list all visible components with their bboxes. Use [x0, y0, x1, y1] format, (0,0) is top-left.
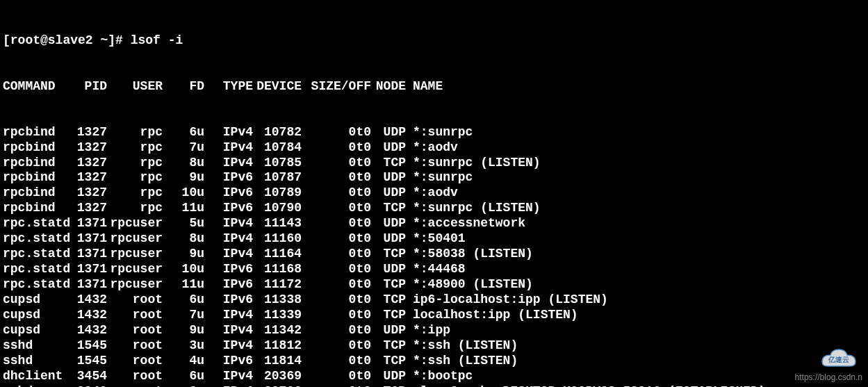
cell-device: 10790 [253, 201, 302, 216]
cell-fd: 10u [163, 262, 204, 277]
cell-user: root [107, 323, 163, 338]
cell-pid: 1371 [72, 277, 107, 293]
table-row: sshd1545root3uIPv4118120t0TCP*:ssh (LIST… [3, 338, 865, 354]
cell-sizeoff: 0t0 [302, 201, 371, 216]
cell-user: rpc [107, 186, 163, 201]
cell-pid: 1327 [72, 140, 107, 156]
cell-name: *:44468 [406, 262, 466, 277]
typed-command: lsof -i [131, 33, 183, 49]
cell-device: 11160 [253, 231, 302, 247]
cell-type: IPv6 [204, 170, 253, 186]
cell-command: sshd [3, 354, 72, 369]
cell-pid: 1432 [72, 293, 107, 308]
cell-type: IPv4 [204, 216, 253, 231]
cell-sizeoff: 0t0 [302, 338, 371, 354]
cell-command: cupsd [3, 323, 72, 338]
cell-pid: 1371 [72, 231, 107, 247]
cell-sizeoff: 0t0 [302, 216, 371, 231]
cell-user: rpc [107, 125, 163, 140]
watermark-url: https://blog.csdn.n [795, 372, 862, 383]
cell-node: TCP [371, 247, 406, 262]
cell-name: *:ssh (LISTEN) [406, 354, 518, 369]
cell-type: IPv6 [204, 277, 253, 293]
cell-command: dhclient [3, 369, 72, 384]
cell-user: rpc [107, 201, 163, 216]
header-pid: PID [72, 79, 107, 94]
table-row: cupsd1432root7uIPv4113390t0TCPlocalhost:… [3, 308, 865, 323]
cell-fd: 6u [163, 293, 204, 308]
cell-type: IPv4 [204, 384, 253, 387]
cell-fd: 6u [163, 125, 204, 140]
cell-user: rpc [107, 140, 163, 156]
table-row: rpc.statd1371rpcuser10uIPv6111680t0UDP*:… [3, 262, 865, 277]
cell-pid: 1327 [72, 156, 107, 171]
cell-user: rpcuser [107, 231, 163, 247]
cell-sizeoff: 0t0 [302, 354, 371, 369]
cell-name: *:48900 (LISTEN) [406, 277, 533, 293]
cell-type: IPv6 [204, 354, 253, 369]
cell-command: rpcbind [3, 125, 72, 140]
shell-prompt: [root@slave2 ~]# [3, 33, 131, 49]
cell-name: *:bootpc [406, 369, 473, 384]
cell-command: rpcbind [3, 201, 72, 216]
cell-node: TCP [371, 308, 406, 323]
cell-fd: 10u [163, 186, 204, 201]
cell-sizeoff: 0t0 [302, 170, 371, 186]
cell-device: 10789 [253, 186, 302, 201]
cell-name: *:aodv [406, 186, 458, 201]
cell-name: *:sunrpc (LISTEN) [406, 156, 541, 171]
cell-device: 11814 [253, 354, 302, 369]
cell-name: ip6-localhost:ipp (LISTEN) [406, 293, 608, 308]
cell-node: TCP [371, 384, 406, 387]
table-row: rpcbind1327rpc8uIPv4107850t0TCP*:sunrpc … [3, 156, 865, 171]
cell-name: *:sunrpc [406, 170, 473, 186]
cell-fd: 5u [163, 216, 204, 231]
cell-name: *:sunrpc [406, 125, 473, 140]
cell-node: TCP [371, 277, 406, 293]
cell-type: IPv4 [204, 231, 253, 247]
cell-device: 11339 [253, 308, 302, 323]
table-row: sshd1545root4uIPv6118140t0TCP*:ssh (LIST… [3, 354, 865, 369]
cell-command: cupsd [3, 308, 72, 323]
cell-name: *:50401 [406, 231, 466, 247]
cell-pid: 1327 [72, 201, 107, 216]
cell-user: rpcuser [107, 262, 163, 277]
table-row: dhclient3454root6uIPv4203690t0UDP*:bootp… [3, 369, 865, 384]
cell-fd: 9u [163, 247, 204, 262]
cell-fd: 11u [163, 201, 204, 216]
cell-device: 11164 [253, 247, 302, 262]
cell-name: *:ipp [406, 323, 450, 338]
data-rows-container: rpcbind1327rpc6uIPv4107820t0UDP*:sunrpcr… [3, 125, 865, 387]
cell-node: UDP [371, 262, 406, 277]
cell-sizeoff: 0t0 [302, 186, 371, 201]
cell-command: rpc.statd [3, 277, 72, 293]
cell-fd: 7u [163, 140, 204, 156]
watermark-logo-icon: 亿速云 [817, 345, 861, 368]
cell-sizeoff: 0t0 [302, 247, 371, 262]
cell-pid: 1371 [72, 262, 107, 277]
table-row: rpc.statd1371rpcuser11uIPv6111720t0TCP*:… [3, 277, 865, 293]
cell-command: sshd [3, 384, 72, 387]
cell-name: *:ssh (LISTEN) [406, 338, 518, 354]
cell-fd: 8u [163, 156, 204, 171]
cell-type: IPv4 [204, 247, 253, 262]
cell-pid: 1432 [72, 308, 107, 323]
cell-device: 10787 [253, 170, 302, 186]
table-row: rpc.statd1371rpcuser8uIPv4111600t0UDP*:5… [3, 231, 865, 247]
command-prompt-line: [root@slave2 ~]# lsof -i [3, 33, 865, 49]
cell-fd: 3r [163, 384, 204, 387]
header-user: USER [107, 79, 163, 94]
cell-node: UDP [371, 140, 406, 156]
cell-command: rpcbind [3, 170, 72, 186]
cell-pid: 1371 [72, 216, 107, 231]
cell-fd: 11u [163, 277, 204, 293]
cell-node: UDP [371, 216, 406, 231]
cell-name: *:sunrpc (LISTEN) [406, 201, 541, 216]
cell-type: IPv4 [204, 140, 253, 156]
cell-command: rpc.statd [3, 247, 72, 262]
cell-name: *:accessnetwork [406, 216, 525, 231]
cell-command: sshd [3, 338, 72, 354]
terminal-output[interactable]: [root@slave2 ~]# lsof -i COMMAND PID USE… [3, 3, 865, 387]
cell-device: 11342 [253, 323, 302, 338]
cell-command: rpc.statd [3, 231, 72, 247]
